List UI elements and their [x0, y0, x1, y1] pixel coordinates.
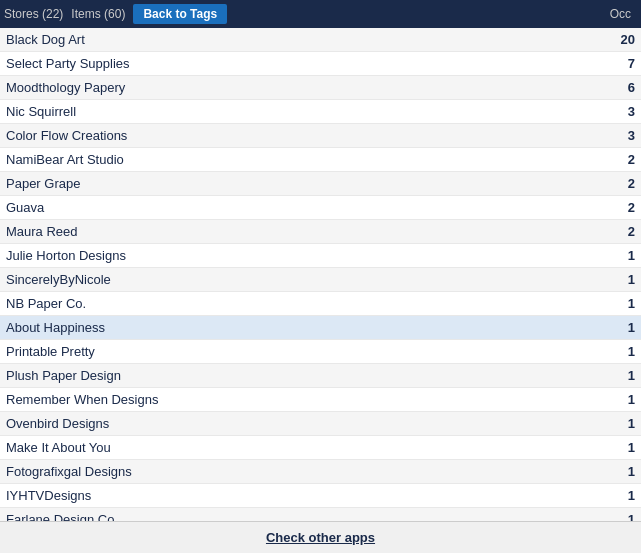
store-occ: 6	[615, 80, 635, 95]
store-occ: 1	[615, 416, 635, 431]
table-row[interactable]: SincerelyByNicole1	[0, 268, 641, 292]
store-name: Maura Reed	[6, 224, 78, 239]
table-row[interactable]: Select Party Supplies7	[0, 52, 641, 76]
store-occ: 1	[615, 248, 635, 263]
store-name: Black Dog Art	[6, 32, 85, 47]
store-name: Color Flow Creations	[6, 128, 127, 143]
store-occ: 1	[615, 320, 635, 335]
store-occ: 2	[615, 176, 635, 191]
store-name: NamiBear Art Studio	[6, 152, 124, 167]
store-occ: 1	[615, 488, 635, 503]
table-row[interactable]: Plush Paper Design1	[0, 364, 641, 388]
store-occ: 7	[615, 56, 635, 71]
store-name: Paper Grape	[6, 176, 80, 191]
table-row[interactable]: Black Dog Art20	[0, 28, 641, 52]
store-name: Remember When Designs	[6, 392, 158, 407]
table-row[interactable]: About Happiness1	[0, 316, 641, 340]
table-row[interactable]: Julie Horton Designs1	[0, 244, 641, 268]
store-occ: 20	[615, 32, 635, 47]
table-row[interactable]: Color Flow Creations3	[0, 124, 641, 148]
table-row[interactable]: IYHTVDesigns1	[0, 484, 641, 508]
header-bar: Stores (22) Items (60) Back to Tags Occ	[0, 0, 641, 28]
footer: Check other apps	[0, 521, 641, 553]
store-name: Make It About You	[6, 440, 111, 455]
back-to-tags-button[interactable]: Back to Tags	[133, 4, 227, 24]
table-row[interactable]: Guava2	[0, 196, 641, 220]
store-occ: 1	[615, 464, 635, 479]
store-name: Fotografixgal Designs	[6, 464, 132, 479]
store-occ: 3	[615, 128, 635, 143]
stores-count: Stores (22)	[4, 7, 63, 21]
store-name: About Happiness	[6, 320, 105, 335]
items-count: Items (60)	[71, 7, 125, 21]
store-name: SincerelyByNicole	[6, 272, 111, 287]
store-name: Ovenbird Designs	[6, 416, 109, 431]
occ-column-header: Occ	[610, 7, 637, 21]
store-occ: 1	[615, 344, 635, 359]
store-occ: 2	[615, 152, 635, 167]
store-occ: 3	[615, 104, 635, 119]
table-row[interactable]: Paper Grape2	[0, 172, 641, 196]
store-list: Black Dog Art20Select Party Supplies7Moo…	[0, 28, 641, 553]
store-name: Guava	[6, 200, 44, 215]
table-row[interactable]: Maura Reed2	[0, 220, 641, 244]
store-name: Select Party Supplies	[6, 56, 130, 71]
store-name: Plush Paper Design	[6, 368, 121, 383]
store-occ: 1	[615, 392, 635, 407]
store-occ: 1	[615, 440, 635, 455]
store-name: Printable Pretty	[6, 344, 95, 359]
table-row[interactable]: NamiBear Art Studio2	[0, 148, 641, 172]
store-name: Nic Squirrell	[6, 104, 76, 119]
store-occ: 2	[615, 200, 635, 215]
store-name: Julie Horton Designs	[6, 248, 126, 263]
table-row[interactable]: Remember When Designs1	[0, 388, 641, 412]
store-name: IYHTVDesigns	[6, 488, 91, 503]
store-name: Moodthology Papery	[6, 80, 125, 95]
store-occ: 1	[615, 296, 635, 311]
table-row[interactable]: Fotografixgal Designs1	[0, 460, 641, 484]
store-occ: 1	[615, 368, 635, 383]
table-row[interactable]: Printable Pretty1	[0, 340, 641, 364]
table-row[interactable]: NB Paper Co.1	[0, 292, 641, 316]
table-row[interactable]: Moodthology Papery6	[0, 76, 641, 100]
store-name: NB Paper Co.	[6, 296, 86, 311]
table-row[interactable]: Make It About You1	[0, 436, 641, 460]
check-other-apps-link[interactable]: Check other apps	[266, 530, 375, 545]
table-row[interactable]: Nic Squirrell3	[0, 100, 641, 124]
store-occ: 1	[615, 272, 635, 287]
store-occ: 2	[615, 224, 635, 239]
table-row[interactable]: Ovenbird Designs1	[0, 412, 641, 436]
